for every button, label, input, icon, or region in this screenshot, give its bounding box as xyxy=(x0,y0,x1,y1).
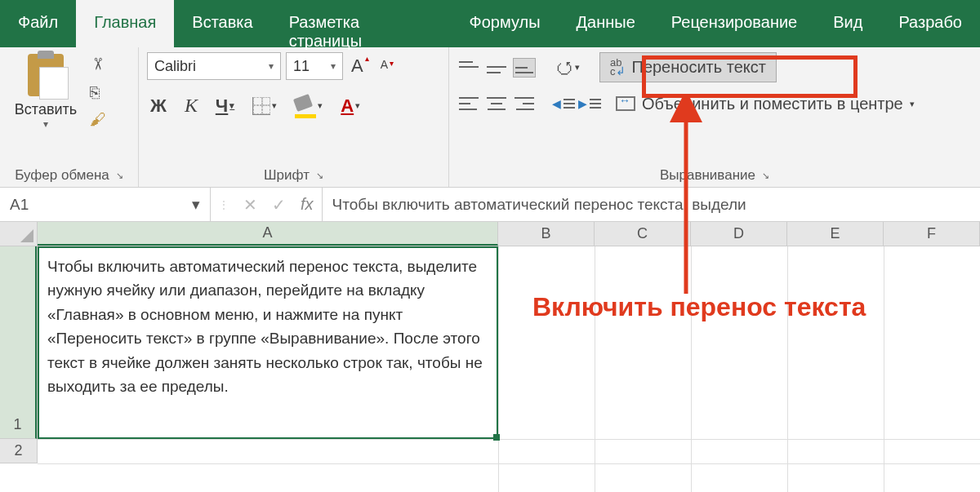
decrease-indent-button[interactable]: ◀ xyxy=(552,95,573,113)
tab-formulas[interactable]: Формулы xyxy=(452,0,559,47)
increase-font-button[interactable]: А▴ xyxy=(348,54,372,78)
borders-button[interactable]: ▾ xyxy=(249,95,280,117)
merge-icon xyxy=(616,96,635,111)
group-clipboard: Вставить ▾ ✂ ⎘ 🖌 Буфер обмена ↘ xyxy=(0,47,139,187)
clipboard-icon xyxy=(23,52,69,98)
clipboard-group-label: Буфер обмена xyxy=(15,167,109,184)
align-middle-button[interactable] xyxy=(485,58,508,78)
font-name-combo[interactable]: Calibri ▾ xyxy=(147,52,281,80)
chevron-down-icon: ▾ xyxy=(910,99,915,109)
cut-button[interactable]: ✂ xyxy=(88,57,108,73)
alignment-group-label: Выравнивание xyxy=(660,167,755,184)
chevron-down-icon: ▾ xyxy=(192,195,200,214)
annotation-text: Включить перенос текста xyxy=(532,292,866,322)
separator: ⋮ xyxy=(219,199,229,211)
row-header-1[interactable]: 1 xyxy=(0,246,37,439)
copy-button[interactable]: ⎘ xyxy=(90,83,106,102)
paste-dropdown-icon[interactable]: ▾ xyxy=(43,118,48,130)
wrap-text-label: Переносить текст xyxy=(632,58,766,77)
paste-button[interactable]: Вставить ▾ xyxy=(8,52,83,166)
italic-button[interactable]: К xyxy=(181,93,201,118)
orientation-button[interactable]: ⭯ ▾ xyxy=(552,55,583,80)
group-alignment: ⭯ ▾ abc↲ Переносить текст ◀ ▶ xyxy=(449,47,980,187)
tab-developer[interactable]: Разрабо xyxy=(880,0,980,47)
group-font: Calibri ▾ 11 ▾ А▴ А▾ Ж К Ч ▾ ▾ ▾ xyxy=(139,47,449,187)
ribbon-tabs: Файл Главная Вставка Разметка страницы Ф… xyxy=(0,0,980,47)
font-dialog-launcher[interactable]: ↘ xyxy=(316,171,323,181)
paste-label: Вставить xyxy=(15,101,77,118)
chevron-down-icon: ▾ xyxy=(331,60,336,72)
format-painter-button[interactable]: 🖌 xyxy=(90,110,106,129)
font-size-combo[interactable]: 11 ▾ xyxy=(286,52,343,80)
underline-button[interactable]: Ч ▾ xyxy=(212,94,238,118)
tab-home[interactable]: Главная xyxy=(76,0,174,47)
chevron-down-icon: ▾ xyxy=(355,100,360,111)
chevron-down-icon: ▾ xyxy=(272,100,277,111)
cell-a1[interactable]: Чтобы включить автоматический перенос те… xyxy=(38,246,498,439)
merge-center-label: Объединить и поместить в центре xyxy=(642,95,903,113)
increase-indent-button[interactable]: ▶ xyxy=(578,95,599,113)
align-center-button[interactable] xyxy=(485,94,508,113)
formula-input[interactable]: Чтобы включить автоматический перенос те… xyxy=(323,188,980,221)
clipboard-dialog-launcher[interactable]: ↘ xyxy=(116,171,123,181)
bold-button[interactable]: Ж xyxy=(147,94,170,118)
font-color-button[interactable]: А ▾ xyxy=(337,94,363,118)
align-top-button[interactable] xyxy=(457,58,480,78)
tab-view[interactable]: Вид xyxy=(815,0,880,47)
column-header-f[interactable]: F xyxy=(884,222,980,246)
row-header-2[interactable]: 2 xyxy=(0,439,37,463)
align-bottom-button[interactable] xyxy=(513,58,536,78)
chevron-down-icon: ▾ xyxy=(318,100,323,111)
chevron-down-icon: ▾ xyxy=(575,62,580,73)
column-header-b[interactable]: B xyxy=(498,222,595,246)
insert-function-button[interactable]: fx xyxy=(301,195,314,214)
column-header-a[interactable]: A xyxy=(38,222,498,246)
select-all-corner[interactable] xyxy=(0,222,38,246)
worksheet-grid: A B C D E F 1 2 Чтобы включить автоматич… xyxy=(0,222,980,463)
tab-review[interactable]: Рецензирование xyxy=(653,0,815,47)
chevron-down-icon: ▾ xyxy=(269,60,274,72)
font-color-icon: А xyxy=(341,95,354,117)
name-box-value: A1 xyxy=(10,196,29,214)
underline-letter: Ч xyxy=(216,95,228,117)
column-header-e[interactable]: E xyxy=(787,222,884,246)
letter-a-icon: А xyxy=(351,55,363,77)
cancel-formula-button[interactable]: ✕ xyxy=(243,195,257,215)
chevron-down-icon: ▾ xyxy=(229,100,234,111)
wrap-text-button[interactable]: abc↲ Переносить текст xyxy=(599,52,777,82)
fill-color-button[interactable]: ▾ xyxy=(292,91,326,120)
ribbon: Вставить ▾ ✂ ⎘ 🖌 Буфер обмена ↘ Calibri xyxy=(0,47,980,188)
paint-bucket-icon xyxy=(295,93,316,118)
accept-formula-button[interactable]: ✓ xyxy=(272,195,286,215)
alignment-dialog-launcher[interactable]: ↘ xyxy=(762,171,769,181)
tab-file[interactable]: Файл xyxy=(0,0,76,47)
formula-bar: A1 ▾ ⋮ ✕ ✓ fx Чтобы включить автоматичес… xyxy=(0,188,980,222)
wrap-text-icon: abc↲ xyxy=(610,59,626,76)
font-size-value: 11 xyxy=(293,58,310,75)
tab-page-layout[interactable]: Разметка страницы xyxy=(271,0,452,47)
align-right-button[interactable] xyxy=(513,94,536,113)
align-left-button[interactable] xyxy=(457,94,480,113)
font-group-label: Шрифт xyxy=(264,167,310,184)
name-box[interactable]: A1 ▾ xyxy=(0,188,211,221)
borders-icon xyxy=(252,97,270,115)
tab-insert[interactable]: Вставка xyxy=(174,0,270,47)
rotate-icon: ⭯ xyxy=(555,57,573,78)
column-header-c[interactable]: C xyxy=(595,222,691,246)
tab-data[interactable]: Данные xyxy=(559,0,653,47)
column-header-d[interactable]: D xyxy=(691,222,787,246)
font-name-value: Calibri xyxy=(154,58,196,75)
letter-a-icon: А xyxy=(381,58,388,71)
decrease-font-button[interactable]: А▾ xyxy=(377,58,397,74)
merge-center-button[interactable]: Объединить и поместить в центре ▾ xyxy=(616,95,915,113)
